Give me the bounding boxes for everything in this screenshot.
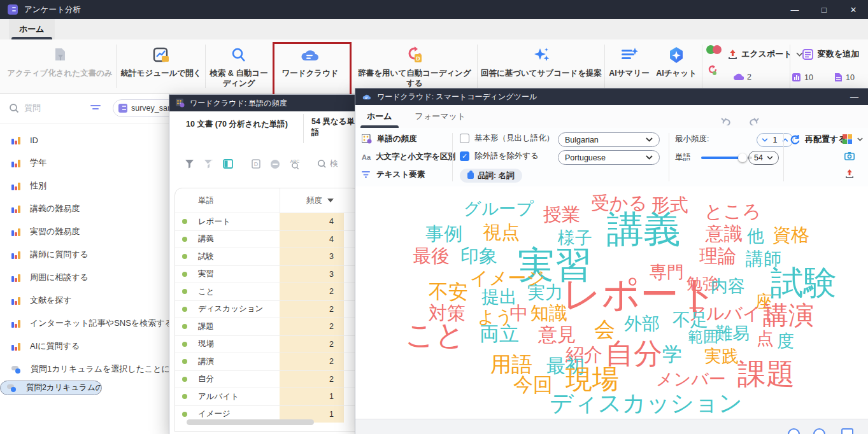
word-count-slider[interactable]: [701, 157, 747, 159]
cloud-word[interactable]: 範囲: [688, 329, 718, 344]
sidebar-item-variable[interactable]: 学年: [0, 151, 169, 174]
close-button[interactable]: ✕: [839, 0, 868, 19]
cloud-word[interactable]: 難易: [715, 325, 750, 342]
column-freq[interactable]: 頻度: [280, 188, 344, 213]
cloud-word[interactable]: 試験: [771, 266, 837, 299]
cloud-word[interactable]: 今回: [513, 375, 553, 395]
tab-home[interactable]: ホーム: [355, 105, 404, 128]
tab-format[interactable]: フォーマット: [404, 105, 478, 128]
fit-screen-icon[interactable]: [841, 428, 853, 434]
table-row[interactable]: こと2: [175, 283, 356, 300]
sidebar-item-variable[interactable]: 文献を探す: [0, 289, 169, 312]
cloud-word[interactable]: 点: [757, 330, 774, 347]
cloud-word[interactable]: 用語: [490, 354, 532, 375]
pos-filter-tag[interactable]: 品詞: 名詞: [460, 169, 522, 183]
cloud-word[interactable]: ディスカッション: [550, 391, 743, 415]
zoom-in-icon[interactable]: [813, 428, 825, 434]
freq-window-titlebar[interactable]: ワードクラウド: 単語の頻度: [169, 95, 355, 111]
cloud-word[interactable]: ところ: [704, 202, 761, 221]
export-image-button[interactable]: [845, 169, 854, 178]
slider-thumb[interactable]: [738, 153, 747, 162]
tab-home[interactable]: ホーム: [9, 19, 55, 39]
cloud-word[interactable]: 意見: [538, 325, 576, 344]
cloud-word[interactable]: 実力: [527, 284, 563, 302]
redo-icon[interactable]: [746, 116, 759, 128]
min-frequency-stepper[interactable]: 1: [757, 133, 793, 147]
sidebar-item-variable[interactable]: インターネット記事やSNSを検索する: [0, 312, 169, 335]
table-row[interactable]: 講義4: [175, 230, 356, 248]
cloud-word[interactable]: 学: [662, 344, 682, 364]
table-row[interactable]: 課題2: [175, 318, 356, 335]
cloud-word[interactable]: 実践: [704, 348, 739, 365]
cloud-word[interactable]: 不安: [429, 282, 468, 302]
cloud-word[interactable]: こと: [405, 320, 465, 349]
maximize-button[interactable]: □: [809, 0, 839, 19]
stopwords-language-select[interactable]: Portuguese: [558, 150, 660, 165]
cloud-word[interactable]: 度: [777, 333, 794, 350]
cloud-word[interactable]: グループ: [464, 200, 534, 218]
sidebar-item-variable[interactable]: 実習の難易度: [0, 220, 169, 243]
cloud-word[interactable]: 課題: [737, 360, 795, 388]
cloud-word[interactable]: 両立: [480, 324, 519, 344]
cloud-word[interactable]: 視点: [483, 223, 520, 242]
stats-module-button[interactable]: 統計モジュールで開く: [118, 42, 204, 79]
text-elements-button[interactable]: テキスト要素: [362, 169, 425, 180]
zoom-out-icon[interactable]: [788, 428, 800, 434]
case-sensitive-toggle[interactable]: Aa 大文字と小文字を区別: [362, 151, 456, 162]
sidebar-item-question[interactable]: 質問2カリキュラムの難易度について: [0, 381, 102, 395]
clear-filter-icon[interactable]: [204, 159, 213, 169]
sidebar-item-question[interactable]: 質問1カリキュラムを選択したことについ: [0, 358, 169, 381]
sidebar-item-variable[interactable]: 講師に質問する: [0, 243, 169, 266]
filter-funnel-icon[interactable]: [185, 159, 194, 169]
add-variable-button[interactable]: 変数を追加: [802, 48, 859, 60]
sidebar-item-variable[interactable]: AIに質問する: [0, 335, 169, 358]
dataset-tag[interactable]: survey_sam: [113, 99, 169, 117]
table-row[interactable]: 自分2: [175, 370, 356, 388]
sidebar-item-variable[interactable]: 性別: [0, 174, 169, 197]
cloud-word[interactable]: 不足: [672, 311, 708, 329]
search-input[interactable]: 質問: [24, 102, 41, 114]
rearrange-button[interactable]: 再配置する: [790, 134, 847, 145]
table-row[interactable]: アルバイト1: [175, 388, 356, 405]
stepper-down-icon[interactable]: [762, 138, 768, 142]
cloud-word[interactable]: 他: [747, 228, 764, 245]
ai-summary-button[interactable]: AIサマリー: [606, 42, 652, 79]
columns-icon[interactable]: [223, 159, 233, 169]
cloud-word[interactable]: メンバー: [656, 371, 726, 388]
table-row[interactable]: 試験3: [175, 248, 356, 265]
word-cloud-canvas[interactable]: グループ授業受かる形式ところ事例視点様子講義意識他資格最後印象実習専門理論講師イ…: [355, 186, 868, 419]
cloud-word[interactable]: 資格: [772, 226, 809, 244]
sentiment-icons[interactable]: [706, 45, 722, 55]
word-count-select[interactable]: 54: [748, 151, 779, 165]
suggest-subcodes-button[interactable]: 回答に基づいてサブコードを提案: [480, 42, 602, 79]
cloud-word[interactable]: 理論: [699, 247, 736, 265]
cloud-word[interactable]: 講義: [607, 211, 681, 248]
cloud-word[interactable]: 印象: [460, 247, 497, 265]
cloud-word[interactable]: 意識: [706, 225, 743, 243]
variables-count[interactable]: 10: [792, 73, 813, 82]
undo-icon[interactable]: [721, 116, 734, 128]
ai-chat-button[interactable]: AIチャット: [653, 42, 699, 79]
table-search-input[interactable]: 検: [317, 158, 338, 169]
table-row[interactable]: レポート4: [175, 213, 356, 230]
documents-count[interactable]: 10: [834, 73, 855, 82]
cloud-word[interactable]: 知識: [530, 304, 567, 323]
active-docs-only-button[interactable]: アクティブ化された文書のみ: [5, 42, 115, 79]
mode-word-frequency[interactable]: 単語の頻度: [362, 134, 417, 144]
stopwords-checkbox[interactable]: ✓: [460, 151, 469, 161]
screenshot-button[interactable]: [844, 152, 855, 160]
cloud-word[interactable]: 外部: [624, 315, 660, 333]
lemmatize-icon[interactable]: ABC: [290, 158, 301, 169]
sidebar-item-variable[interactable]: 講義の難易度: [0, 197, 169, 220]
cloud-word[interactable]: 事例: [425, 225, 462, 243]
lemmatize-language-select[interactable]: Bulgarian: [558, 132, 660, 147]
filter-icon[interactable]: [90, 104, 102, 112]
export-button[interactable]: エクスポート: [728, 48, 803, 60]
window-minimize-icon[interactable]: —: [850, 92, 862, 102]
table-row[interactable]: 講演2: [175, 353, 356, 370]
table-row[interactable]: 実習3: [175, 265, 356, 283]
column-word[interactable]: 単語: [194, 195, 280, 206]
lemmatize-checkbox[interactable]: [460, 134, 469, 143]
exclude-word-icon[interactable]: [270, 159, 280, 169]
cloud-window-titlebar[interactable]: ワードクラウド: スマートコーディングツール —: [355, 88, 868, 105]
